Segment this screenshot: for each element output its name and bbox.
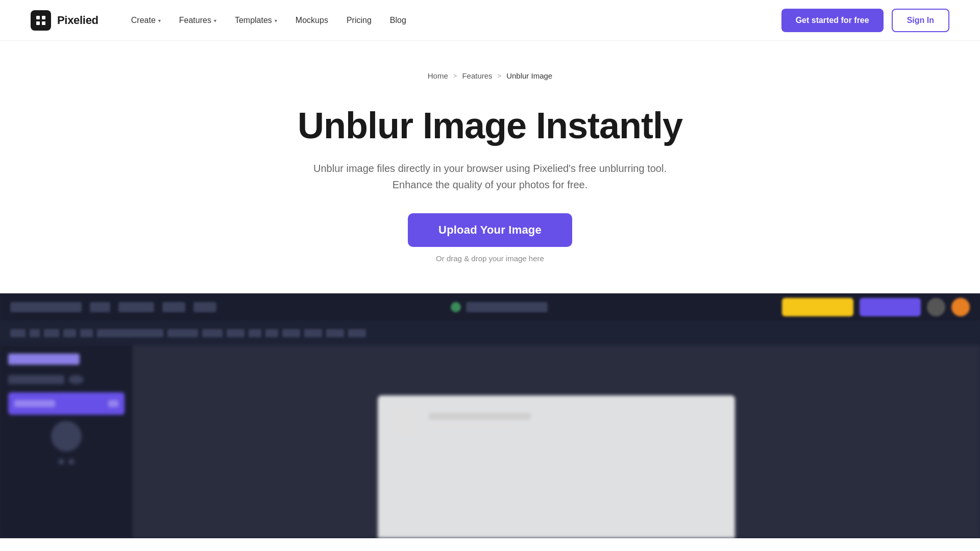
app-sidebar-row <box>8 375 125 384</box>
svg-rect-3 <box>42 21 45 25</box>
app-blurred-text-5 <box>193 302 216 312</box>
app-yellow-button <box>782 298 853 316</box>
nav-item-features[interactable]: Features ▾ <box>172 12 224 29</box>
breadcrumb-features[interactable]: Features <box>462 71 492 80</box>
app-toolbar-right <box>782 298 970 316</box>
app-blurred-text-center <box>466 302 548 312</box>
app-chip-4 <box>63 329 76 337</box>
app-chip-14 <box>326 329 344 337</box>
nav-links: Create ▾ Features ▾ Templates ▾ Mockups … <box>124 12 413 29</box>
hero-title: Unblur Image Instantly <box>31 106 949 146</box>
app-preview <box>0 293 980 538</box>
app-sidebar <box>0 345 133 538</box>
app-main-area <box>0 345 980 538</box>
canvas-text-2 <box>429 424 510 429</box>
app-canvas-white <box>378 395 735 538</box>
app-blurred-text-1 <box>10 302 82 312</box>
app-chip-12 <box>282 329 300 337</box>
app-toolbar-left <box>10 302 216 312</box>
breadcrumb-home[interactable]: Home <box>428 71 448 80</box>
main-content: Home > Features > Unblur Image Unblur Im… <box>0 41 980 538</box>
nav-label-blog: Blog <box>390 16 406 25</box>
breadcrumb: Home > Features > Unblur Image <box>0 71 980 80</box>
app-chip-15 <box>348 329 366 337</box>
app-avatar-2 <box>951 298 970 316</box>
chevron-down-icon: ▾ <box>158 18 161 23</box>
app-chip-7 <box>167 329 198 337</box>
app-chip-1 <box>10 329 26 337</box>
nav-label-templates: Templates <box>235 16 272 25</box>
app-blurred-text-4 <box>162 302 185 312</box>
drag-drop-hint: Or drag & drop your image here <box>436 254 544 263</box>
navbar: Pixelied Create ▾ Features ▾ Templates ▾… <box>0 0 980 41</box>
app-chip-8 <box>202 329 223 337</box>
app-sidebar-title-bar <box>8 354 80 365</box>
breadcrumb-separator-1: > <box>453 72 457 80</box>
navbar-left: Pixelied Create ▾ Features ▾ Templates ▾… <box>31 10 413 31</box>
nav-item-create[interactable]: Create ▾ <box>124 12 168 29</box>
upload-container: Upload Your Image Or drag & drop your im… <box>31 213 949 263</box>
svg-rect-2 <box>36 21 40 25</box>
chevron-down-icon: ▾ <box>275 18 277 23</box>
app-blurred-text-2 <box>90 302 110 312</box>
app-toolbar-secondary <box>0 321 980 345</box>
canvas-content <box>378 395 735 446</box>
chevron-down-icon: ▾ <box>214 18 216 23</box>
breadcrumb-separator-2: > <box>498 72 502 80</box>
svg-rect-0 <box>36 16 40 19</box>
app-chip-5 <box>80 329 93 337</box>
canvas-row-1 <box>388 406 725 436</box>
svg-rect-1 <box>42 16 45 19</box>
app-toolbar-center <box>451 302 548 312</box>
hero-subtitle-line1: Unblur image files directly in your brow… <box>313 163 667 174</box>
nav-item-templates[interactable]: Templates ▾ <box>228 12 284 29</box>
app-sidebar-items <box>8 421 125 465</box>
app-status-dot <box>451 302 461 312</box>
nav-item-mockups[interactable]: Mockups <box>288 12 335 29</box>
app-toolbar-top <box>0 293 980 321</box>
canvas-text-col <box>429 413 531 429</box>
app-canvas-area <box>133 345 980 538</box>
upload-image-button[interactable]: Upload Your Image <box>408 213 572 247</box>
nav-item-pricing[interactable]: Pricing <box>339 12 379 29</box>
breadcrumb-current: Unblur Image <box>506 71 552 80</box>
nav-label-mockups: Mockups <box>296 16 328 25</box>
app-chip-6 <box>97 329 163 337</box>
app-sidebar-button <box>8 392 125 415</box>
logo-icon <box>31 10 51 31</box>
logo-svg <box>35 14 47 27</box>
sign-in-button[interactable]: Sign In <box>892 9 949 32</box>
navbar-right: Get started for free Sign In <box>781 9 949 32</box>
app-sidebar-btn-text <box>14 400 55 407</box>
app-avatar <box>927 298 945 316</box>
logo-text: Pixelied <box>57 14 99 27</box>
app-sidebar-dots <box>8 459 125 465</box>
app-sidebar-btn-icon <box>108 400 118 407</box>
canvas-circle <box>388 406 419 436</box>
logo[interactable]: Pixelied <box>31 10 99 31</box>
nav-label-create: Create <box>131 16 156 25</box>
app-sidebar-circle <box>51 421 82 452</box>
app-secondary-row <box>10 329 366 337</box>
app-purple-button <box>860 298 921 316</box>
get-started-button[interactable]: Get started for free <box>781 9 884 32</box>
canvas-text-1 <box>429 413 531 420</box>
dot2 <box>68 459 75 465</box>
app-sidebar-chip <box>8 375 64 384</box>
app-chip-2 <box>30 329 40 337</box>
hero-section: Unblur Image Instantly Unblur image file… <box>0 106 980 263</box>
hero-subtitle-line2: Enhance the quality of your photos for f… <box>393 179 587 190</box>
nav-label-pricing: Pricing <box>347 16 372 25</box>
app-chip-9 <box>227 329 244 337</box>
app-sidebar-chip2 <box>68 375 84 384</box>
nav-item-blog[interactable]: Blog <box>383 12 413 29</box>
nav-label-features: Features <box>179 16 211 25</box>
hero-subtitle: Unblur image files directly in your brow… <box>311 160 669 193</box>
app-chip-10 <box>249 329 261 337</box>
app-chip-13 <box>304 329 322 337</box>
app-blurred-text-3 <box>118 302 154 312</box>
dot1 <box>58 459 64 465</box>
app-chip-3 <box>44 329 59 337</box>
app-chip-11 <box>265 329 278 337</box>
